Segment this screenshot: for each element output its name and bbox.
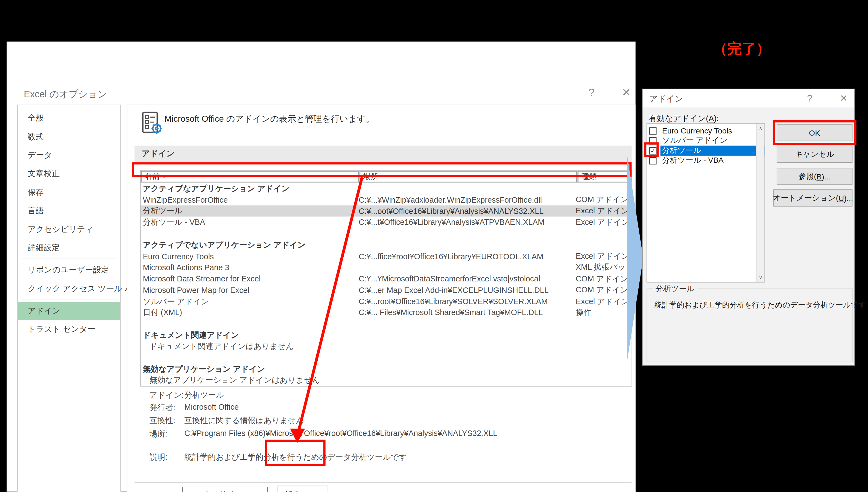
table-row[interactable]: Microsoft Actions Pane 3XML 拡張パック — [141, 262, 632, 273]
table-section-row: ドキュメント関連アドイン — [141, 329, 632, 341]
sidebar-item-language[interactable]: 言語 — [18, 201, 120, 220]
help-icon[interactable]: ? — [588, 87, 595, 98]
table-row[interactable]: ソルバー アドインC:¥...root¥Office16¥Library¥SOL… — [141, 296, 632, 307]
table-section-row: 無効なアプリケーション アドイン — [141, 364, 632, 375]
detail-row-addin: アドイン:分析ツール — [150, 390, 224, 400]
automation-button[interactable]: オートメーション(U)... — [773, 190, 853, 207]
settings-button[interactable]: 設定(G)... — [277, 486, 328, 492]
column-header-name[interactable]: 名前 ▲ — [141, 171, 359, 182]
sidebar-item-advanced[interactable]: 詳細設定 — [18, 239, 120, 257]
close-icon[interactable]: ✕ — [840, 93, 848, 104]
addins-listbox: Euro Currency Tools ソルバー アドイン ✓ 分析ツール 分析… — [646, 124, 765, 282]
addins-page-icon — [142, 111, 164, 136]
table-spacer-row — [141, 228, 632, 239]
checkbox-checked[interactable]: ✓ — [649, 147, 656, 154]
table-row[interactable]: 日付 (XML)C:¥... Files¥Microsoft Shared¥Sm… — [141, 307, 632, 318]
dialog-title: Excel のオプション — [24, 88, 107, 101]
sidebar-item-customize-ribbon[interactable]: リボンのユーザー設定 — [18, 261, 120, 279]
sidebar-item-save[interactable]: 保存 — [18, 183, 120, 201]
checkbox-unchecked[interactable] — [649, 137, 656, 144]
list-item-analysis-toolpak-vba[interactable]: 分析ツール - VBA — [647, 156, 764, 166]
table-spacer-row — [141, 318, 632, 329]
table-section-row: アクティブでないアプリケーション アドイン — [141, 239, 632, 250]
sidebar-item-data[interactable]: データ — [18, 146, 120, 165]
checkbox-unchecked[interactable] — [649, 157, 656, 164]
sidebar-item-proofing[interactable]: 文章校正 — [18, 165, 120, 183]
addins-dialog: アドイン ? ✕ 有効なアドイン(A): Euro Currency Tools… — [642, 89, 855, 365]
sidebar-item-quick-access-toolbar[interactable]: クイック アクセス ツール バー — [18, 279, 120, 298]
table-header-row: 名前 ▲ 場所 種類 — [141, 171, 632, 183]
table-note-row: ドキュメント関連アドインはありません — [141, 341, 632, 352]
table-row-analysis-toolpak[interactable]: 分析ツールC:¥...oot¥Office16¥Library¥Analysis… — [141, 205, 632, 217]
table-section-row: アクティブなアプリケーション アドイン — [141, 183, 632, 194]
sidebar-divider — [21, 259, 117, 259]
manage-dropdown[interactable]: Excel アドイン ▼ — [182, 487, 268, 492]
sidebar-item-accessibility[interactable]: アクセシビリティ — [18, 220, 120, 239]
help-icon[interactable]: ? — [807, 93, 812, 104]
footer-divider — [134, 482, 632, 483]
screenshot-stage: Excel のオプション ? ✕ 全般 数式 データ 文章校正 保存 言語 アク… — [0, 0, 868, 492]
table-row[interactable]: 分析ツール - VBAC:¥...t¥Office16¥Library¥Anal… — [141, 217, 632, 228]
table-row[interactable]: Euro Currency ToolsC:¥...ffice¥root¥Offi… — [141, 250, 632, 262]
table-note-row: 無効なアプリケーション アドインはありません — [141, 375, 632, 386]
addins-section-header: アドイン — [134, 146, 632, 162]
addins-cancel-button[interactable]: キャンセル — [777, 146, 852, 163]
column-header-type[interactable]: 種類 — [578, 171, 632, 182]
sidebar-item-general[interactable]: 全般 — [18, 109, 120, 128]
sidebar-divider — [21, 299, 117, 300]
manage-label: 管理(A): — [142, 491, 171, 492]
column-header-location[interactable]: 場所 — [360, 171, 577, 182]
enabled-addins-label: 有効なアドイン(A): — [649, 114, 719, 124]
sidebar-item-trust-center[interactable]: トラスト センター — [18, 320, 120, 339]
table-row[interactable]: Microsoft Power Map for ExcelC:¥...er Ma… — [141, 285, 632, 296]
detail-row-description: 説明:統計学的および工学的分析を行うためのデータ分析ツールです — [150, 452, 407, 462]
sidebar-item-formulas[interactable]: 数式 — [18, 128, 120, 146]
excel-options-dialog: Excel のオプション ? ✕ 全般 数式 データ 文章校正 保存 言語 アク… — [6, 42, 635, 492]
detail-row-compatibility: 互換性:互換性に関する情報はありません — [150, 415, 304, 426]
selected-addin-groupbox — [646, 289, 853, 362]
selected-addin-title: 分析ツール — [653, 284, 697, 294]
detail-row-location: 場所:C:¥Program Files (x86)¥Microsoft Offi… — [150, 428, 497, 439]
close-icon[interactable]: ✕ — [622, 87, 631, 98]
table-row[interactable]: WinZipExpressForOfficeC:¥...¥WinZip¥adxl… — [141, 194, 632, 205]
list-item-analysis-toolpak[interactable]: ✓ 分析ツール — [647, 146, 764, 156]
addins-ok-button[interactable]: OK — [777, 124, 852, 141]
addins-table: 名前 ▲ 場所 種類 アクティブなアプリケーション アドイン WinZipExp… — [140, 170, 632, 387]
done-annotation: （完了） — [713, 40, 771, 59]
page-description: Microsoft Office のアドインの表示と管理を行います。 — [164, 114, 374, 125]
detail-row-publisher: 発行者:Microsoft Office — [150, 402, 239, 413]
browse-button[interactable]: 参照(B)... — [777, 168, 852, 185]
sidebar-item-addins[interactable]: アドイン — [18, 302, 120, 320]
table-spacer-row — [141, 352, 632, 364]
selected-addin-description: 統計学的および工学的分析を行うためのデータ分析ツールです — [654, 300, 866, 310]
options-sidebar: 全般 数式 データ 文章校正 保存 言語 アクセシビリティ 詳細設定 リボンのユ… — [17, 105, 121, 492]
checkbox-unchecked[interactable] — [649, 127, 656, 134]
list-item-euro-currency-tools[interactable]: Euro Currency Tools — [647, 126, 764, 136]
list-item-solver[interactable]: ソルバー アドイン — [647, 136, 764, 146]
scroll-down-icon[interactable]: ∨ — [757, 273, 764, 282]
addins-dialog-title: アドイン — [649, 94, 683, 104]
scroll-up-icon[interactable]: ∧ — [757, 124, 764, 133]
sort-asc-icon: ▲ — [162, 174, 167, 179]
table-row[interactable]: Microsoft Data Streamer for ExcelC:¥...¥… — [141, 273, 632, 285]
listbox-scrollbar[interactable]: ∧ ∨ — [756, 124, 764, 282]
